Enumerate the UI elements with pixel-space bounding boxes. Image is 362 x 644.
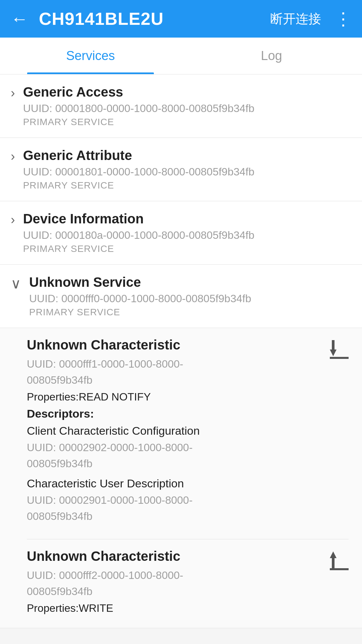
disconnect-button[interactable]: 断开连接 — [270, 10, 321, 28]
tab-services[interactable]: Services — [0, 38, 181, 74]
characteristic-name: Unknown Characteristic — [27, 549, 323, 564]
device-title: CH9141BLE2U — [39, 9, 270, 29]
characteristic-uuid: UUID: 0000fff1-0000-1000-8000-00805f9b34… — [27, 356, 323, 388]
characteristic-properties: Properties:WRITE — [27, 602, 323, 614]
characteristic-item-fff2: Unknown Characteristic UUID: 0000fff2-00… — [0, 539, 362, 628]
svg-rect-2 — [330, 357, 349, 359]
upload-icon — [330, 550, 349, 570]
service-item-generic-attribute[interactable]: › Generic Attribute UUID: 00001801-0000-… — [0, 138, 362, 201]
svg-rect-3 — [332, 558, 335, 569]
service-item-generic-access[interactable]: › Generic Access UUID: 00001800-0000-100… — [0, 74, 362, 138]
service-item-unknown-service[interactable]: ∨ Unknown Service UUID: 0000fff0-0000-10… — [0, 265, 362, 328]
more-menu-button[interactable]: ⋮ — [335, 9, 351, 29]
descriptor-name: Characteristic User Description — [27, 477, 323, 490]
descriptor-uuid: UUID: 00002902-0000-1000-8000-00805f9b34… — [27, 439, 323, 472]
service-type: PRIMARY SERVICE — [23, 117, 351, 127]
descriptor-item-client-config: Client Characteristic Configuration UUID… — [27, 424, 323, 472]
service-uuid: UUID: 00001801-0000-1000-8000-00805f9b34… — [23, 166, 351, 178]
service-uuid: UUID: 0000fff0-0000-1000-8000-00805f9b34… — [29, 292, 351, 305]
chevron-right-icon: › — [11, 213, 15, 226]
characteristic-name: Unknown Characteristic — [27, 337, 323, 353]
back-button[interactable]: ← — [11, 10, 28, 28]
service-uuid: UUID: 00001800-0000-1000-8000-00805f9b34… — [23, 102, 351, 115]
descriptor-uuid: UUID: 00002901-0000-1000-8000-00805f9b34… — [27, 492, 323, 524]
descriptors-label: Descriptors: — [27, 407, 323, 420]
service-uuid: UUID: 0000180a-0000-1000-8000-00805f9b34… — [23, 229, 351, 241]
service-name: Device Information — [23, 211, 351, 226]
service-type: PRIMARY SERVICE — [23, 244, 351, 254]
app-header: ← CH9141BLE2U 断开连接 ⋮ — [0, 0, 362, 38]
service-name: Generic Attribute — [23, 148, 351, 163]
characteristic-uuid: UUID: 0000fff2-0000-1000-8000-00805f9b34… — [27, 567, 323, 599]
svg-rect-0 — [332, 340, 335, 351]
svg-marker-1 — [330, 350, 337, 356]
characteristic-item-fff1: Unknown Characteristic UUID: 0000fff1-00… — [0, 328, 362, 539]
service-name: Unknown Service — [29, 275, 351, 290]
chevron-down-icon: ∨ — [11, 277, 21, 291]
download-action-button[interactable] — [330, 339, 349, 360]
service-name: Generic Access — [23, 85, 351, 100]
service-type: PRIMARY SERVICE — [29, 307, 351, 318]
service-item-device-information[interactable]: › Device Information UUID: 0000180a-0000… — [0, 201, 362, 265]
characteristics-section: Unknown Characteristic UUID: 0000fff1-00… — [0, 328, 362, 628]
download-icon — [330, 339, 349, 359]
tab-bar: Services Log — [0, 38, 362, 74]
chevron-right-icon: › — [11, 87, 15, 99]
descriptor-name: Client Characteristic Configuration — [27, 424, 323, 437]
characteristic-properties: Properties:READ NOTIFY — [27, 391, 323, 403]
chevron-right-icon: › — [11, 150, 15, 163]
service-type: PRIMARY SERVICE — [23, 180, 351, 191]
services-content: › Generic Access UUID: 00001800-0000-100… — [0, 74, 362, 628]
svg-rect-5 — [330, 568, 349, 570]
upload-action-button[interactable] — [330, 550, 349, 572]
descriptor-item-user-description: Characteristic User Description UUID: 00… — [27, 477, 323, 524]
tab-log[interactable]: Log — [181, 38, 362, 74]
svg-marker-4 — [330, 551, 337, 558]
